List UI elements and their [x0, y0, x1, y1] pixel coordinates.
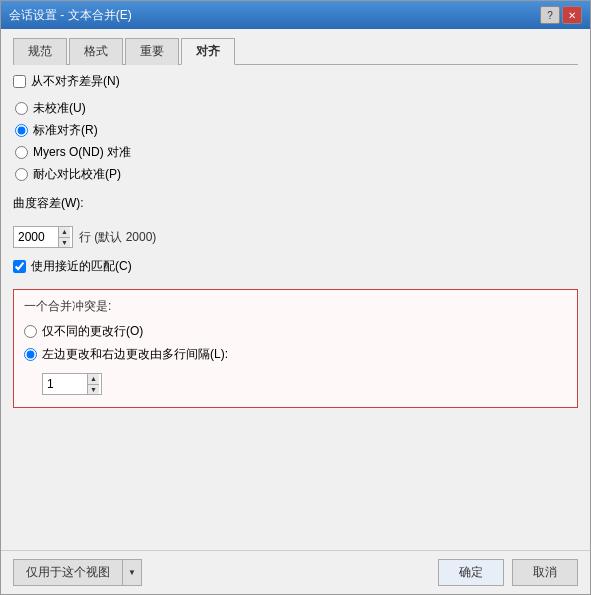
- radio-uncalibrated-row: 未校准(U): [15, 100, 578, 117]
- radio-tolerant-label[interactable]: 耐心对比校准(P): [33, 166, 121, 183]
- conflict-spin-up[interactable]: ▲: [88, 374, 99, 384]
- curvature-input[interactable]: [14, 227, 58, 247]
- curvature-input-row: ▲ ▼ 行 (默认 2000): [13, 226, 578, 248]
- curvature-label: 曲度容差(W):: [13, 196, 84, 210]
- content-area: 规范 格式 重要 对齐 从不对齐差异(N) 未校准(U) 标准对齐(R): [1, 29, 590, 550]
- footer-right: 确定 取消: [438, 559, 578, 586]
- conflict-radio-both-row: 左边更改和右边更改由多行间隔(L):: [24, 346, 567, 363]
- conflict-title: 一个合并冲突是:: [24, 298, 567, 315]
- conflict-spinner-buttons: ▲ ▼: [87, 374, 99, 394]
- split-button: 仅用于这个视图 ▼: [13, 559, 142, 586]
- conflict-box: 一个合并冲突是: 仅不同的更改行(O) 左边更改和右边更改由多行间隔(L): ▲…: [13, 289, 578, 408]
- conflict-spinner: ▲ ▼: [42, 373, 102, 395]
- tab-bar: 规范 格式 重要 对齐: [13, 37, 578, 65]
- cancel-button[interactable]: 取消: [512, 559, 578, 586]
- radio-myers-row: Myers O(ND) 对准: [15, 144, 578, 161]
- radio-standard-label[interactable]: 标准对齐(R): [33, 122, 98, 139]
- checkbox-nearest-row: 使用接近的匹配(C): [13, 258, 578, 275]
- confirm-button[interactable]: 确定: [438, 559, 504, 586]
- curvature-spin-up[interactable]: ▲: [59, 227, 70, 237]
- radio-group-alignment: 未校准(U) 标准对齐(R) Myers O(ND) 对准 耐心对比校准(P): [15, 100, 578, 183]
- radio-tolerant-row: 耐心对比校准(P): [15, 166, 578, 183]
- window-title: 会话设置 - 文本合并(E): [9, 7, 132, 24]
- checkbox-diff-row: 从不对齐差异(N): [13, 73, 578, 90]
- radio-tolerant[interactable]: [15, 168, 28, 181]
- view-button-arrow[interactable]: ▼: [122, 559, 142, 586]
- help-button[interactable]: ?: [540, 6, 560, 24]
- curvature-hint: 行 (默认 2000): [79, 229, 156, 246]
- dialog-window: 会话设置 - 文本合并(E) ? ✕ 规范 格式 重要 对齐 从不对齐差异(N): [0, 0, 591, 595]
- conflict-radio-both[interactable]: [24, 348, 37, 361]
- title-bar-buttons: ? ✕: [540, 6, 582, 24]
- view-button[interactable]: 仅用于这个视图: [13, 559, 122, 586]
- radio-standard-row: 标准对齐(R): [15, 122, 578, 139]
- tab-duiqi[interactable]: 对齐: [181, 38, 235, 65]
- curvature-spinner: ▲ ▼: [13, 226, 73, 248]
- footer: 仅用于这个视图 ▼ 确定 取消: [1, 550, 590, 594]
- checkbox-diff-label[interactable]: 从不对齐差异(N): [31, 73, 120, 90]
- conflict-radio-diff-label[interactable]: 仅不同的更改行(O): [42, 323, 143, 340]
- conflict-spinner-row: ▲ ▼: [42, 373, 567, 395]
- curvature-spinner-buttons: ▲ ▼: [58, 227, 70, 247]
- radio-myers-label[interactable]: Myers O(ND) 对准: [33, 144, 131, 161]
- tab-guifan[interactable]: 规范: [13, 38, 67, 65]
- alignment-panel: 从不对齐差异(N) 未校准(U) 标准对齐(R) Myers O(ND) 对准: [13, 73, 578, 542]
- checkbox-diff[interactable]: [13, 75, 26, 88]
- close-button[interactable]: ✕: [562, 6, 582, 24]
- tab-geshi[interactable]: 格式: [69, 38, 123, 65]
- tab-zhongyao[interactable]: 重要: [125, 38, 179, 65]
- conflict-input[interactable]: [43, 374, 87, 394]
- title-bar: 会话设置 - 文本合并(E) ? ✕: [1, 1, 590, 29]
- curvature-spin-down[interactable]: ▼: [59, 237, 70, 248]
- conflict-radio-diff[interactable]: [24, 325, 37, 338]
- checkbox-nearest[interactable]: [13, 260, 26, 273]
- radio-myers[interactable]: [15, 146, 28, 159]
- footer-left: 仅用于这个视图 ▼: [13, 559, 142, 586]
- conflict-spin-down[interactable]: ▼: [88, 384, 99, 395]
- radio-uncalibrated[interactable]: [15, 102, 28, 115]
- conflict-radio-both-label[interactable]: 左边更改和右边更改由多行间隔(L):: [42, 346, 228, 363]
- radio-standard[interactable]: [15, 124, 28, 137]
- radio-uncalibrated-label[interactable]: 未校准(U): [33, 100, 86, 117]
- conflict-radio-diff-row: 仅不同的更改行(O): [24, 323, 567, 340]
- checkbox-nearest-label[interactable]: 使用接近的匹配(C): [31, 258, 132, 275]
